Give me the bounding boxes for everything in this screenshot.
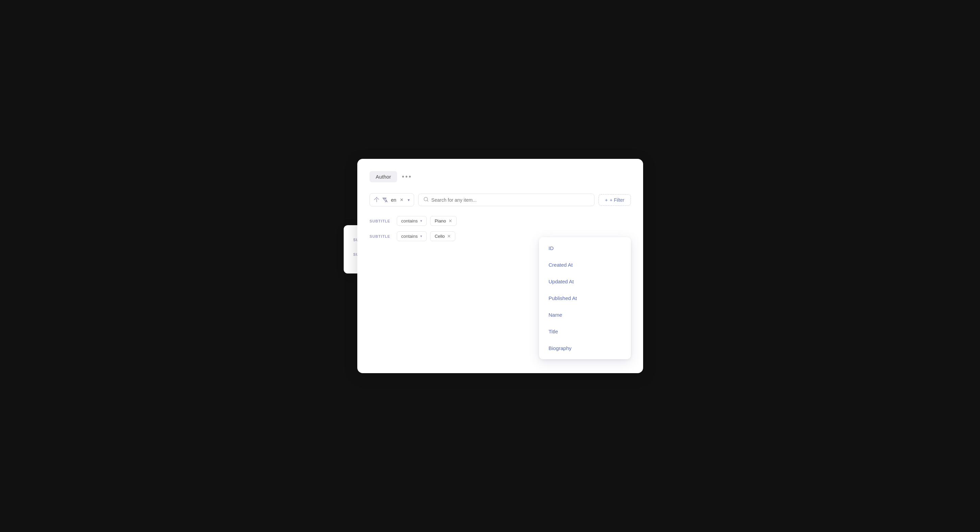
filter-value-2: Cello ✕ bbox=[430, 231, 455, 241]
translate-svg-icon bbox=[382, 197, 388, 203]
scene: SUBTITLE contains ▾ Piano ✕ SUBTITLE con… bbox=[337, 143, 643, 389]
dropdown-item-3[interactable]: Published At bbox=[539, 290, 631, 306]
filter-field-1: SUBTITLE bbox=[369, 219, 393, 223]
translate-icon: 个 bbox=[374, 196, 379, 203]
filter-dropdown: IDCreated AtUpdated AtPublished AtNameTi… bbox=[539, 237, 631, 359]
filter-val-text-2: Cello bbox=[434, 234, 445, 239]
filter-row-1: SUBTITLE contains ▾ Piano ✕ bbox=[369, 216, 631, 226]
filter-label: + Filter bbox=[610, 197, 624, 203]
search-input[interactable] bbox=[431, 197, 589, 203]
dropdown-item-6[interactable]: Biography bbox=[539, 340, 631, 356]
more-options-icon[interactable]: ••• bbox=[402, 173, 412, 181]
dropdown-item-1[interactable]: Created At bbox=[539, 256, 631, 273]
filter-value-1: Piano ✕ bbox=[430, 216, 456, 226]
dropdown-item-5[interactable]: Title bbox=[539, 323, 631, 340]
filter-operator-2[interactable]: contains ▾ bbox=[397, 231, 427, 241]
dropdown-item-2[interactable]: Updated At bbox=[539, 273, 631, 290]
filter-remove-2[interactable]: ✕ bbox=[447, 234, 451, 239]
search-bar[interactable] bbox=[418, 194, 595, 206]
filter-op-chevron-2: ▾ bbox=[420, 234, 422, 238]
svg-line-1 bbox=[427, 200, 428, 202]
lang-close-icon[interactable]: ✕ bbox=[400, 197, 404, 202]
filter-plus-icon: + bbox=[605, 197, 608, 203]
dropdown-item-0[interactable]: ID bbox=[539, 240, 631, 256]
main-card: Author ••• 个 en ✕ ▾ bbox=[357, 159, 643, 373]
author-badge: Author bbox=[369, 171, 397, 182]
header-row: Author ••• bbox=[369, 171, 631, 182]
filter-val-text-1: Piano bbox=[434, 218, 446, 224]
filter-operator-1[interactable]: contains ▾ bbox=[397, 216, 427, 226]
filter-field-2: SUBTITLE bbox=[369, 234, 393, 238]
filter-op-text-2: contains bbox=[401, 234, 417, 239]
toolbar-row: 个 en ✕ ▾ bbox=[369, 193, 631, 206]
search-icon bbox=[423, 197, 429, 203]
lang-selector[interactable]: 个 en ✕ ▾ bbox=[369, 193, 414, 206]
filter-remove-1[interactable]: ✕ bbox=[449, 218, 452, 224]
filter-op-text-1: contains bbox=[401, 218, 417, 224]
dropdown-item-4[interactable]: Name bbox=[539, 306, 631, 323]
filter-button[interactable]: + + Filter bbox=[598, 194, 631, 206]
filter-op-chevron-1: ▾ bbox=[420, 219, 422, 223]
lang-code: en bbox=[391, 197, 396, 203]
lang-chevron-icon: ▾ bbox=[408, 198, 410, 202]
